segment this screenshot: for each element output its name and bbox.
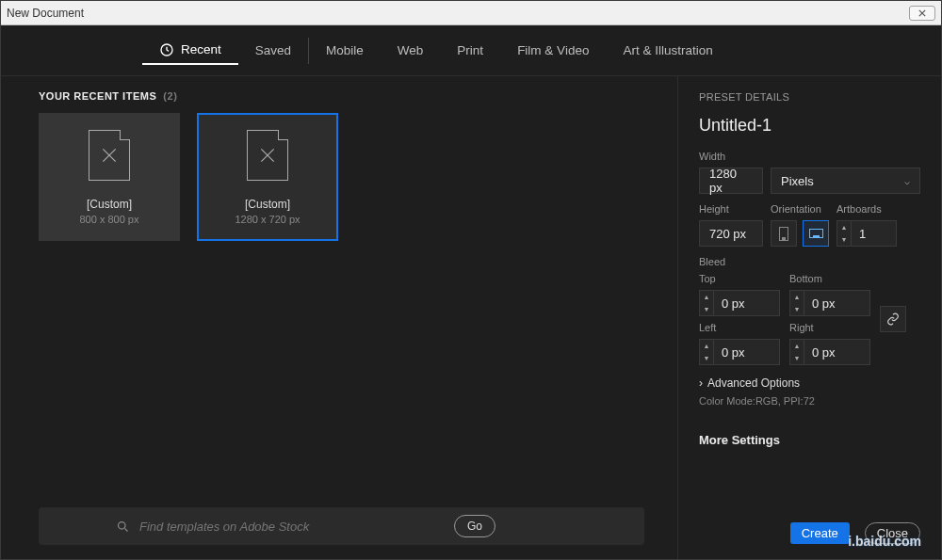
bleed-right-label: Right <box>789 322 870 333</box>
pencil-ruler-icon <box>100 146 119 165</box>
color-mode-hint: Color Mode:RGB, PPI:72 <box>699 395 920 407</box>
bleed-bottom-input[interactable]: ▲▼ 0 px <box>789 290 870 316</box>
chevron-right-icon: › <box>699 376 703 390</box>
doc-icon <box>247 130 288 181</box>
step-up-icon[interactable]: ▲ <box>790 340 804 352</box>
close-button[interactable]: Close <box>865 522 920 544</box>
step-up-icon[interactable]: ▲ <box>790 291 804 303</box>
landscape-icon <box>809 229 823 238</box>
close-icon <box>918 9 926 17</box>
tab-recent-label: Recent <box>181 42 221 56</box>
document-name[interactable]: Untitled-1 <box>699 116 920 136</box>
bleed-left-input[interactable]: ▲▼ 0 px <box>699 339 780 365</box>
search-icon <box>116 520 130 534</box>
step-down-icon[interactable]: ▼ <box>790 303 804 315</box>
bleed-top-value: 0 px <box>714 296 753 311</box>
stock-search-bar: Go <box>39 507 644 545</box>
preset-card-custom-800[interactable]: [Custom] 800 x 800 px <box>39 113 180 241</box>
bleed-right-input[interactable]: ▲▼ 0 px <box>789 339 870 365</box>
advanced-options-label: Advanced Options <box>707 376 800 390</box>
width-input[interactable]: 1280 px <box>699 168 763 194</box>
bleed-left-value: 0 px <box>714 345 753 360</box>
pencil-ruler-icon <box>258 146 277 165</box>
preset-card-dim: 800 x 800 px <box>80 214 139 225</box>
width-label: Width <box>699 151 920 162</box>
window-close-button[interactable] <box>909 6 935 21</box>
bleed-top-input[interactable]: ▲▼ 0 px <box>699 290 780 316</box>
bleed-bottom-value: 0 px <box>804 296 843 311</box>
artboards-stepper[interactable]: ▲▼ 1 <box>836 220 897 247</box>
tab-mobile[interactable]: Mobile <box>309 38 381 63</box>
preset-card-dim: 1280 x 720 px <box>235 214 300 225</box>
category-tabs: Recent Saved Mobile Web Print Film & Vid… <box>1 25 941 76</box>
preset-card-label: [Custom] <box>245 198 290 211</box>
window-titlebar: New Document <box>1 1 941 25</box>
tab-print[interactable]: Print <box>440 38 500 63</box>
tab-saved[interactable]: Saved <box>238 38 308 63</box>
advanced-options-toggle[interactable]: › Advanced Options <box>699 376 920 390</box>
step-down-icon[interactable]: ▼ <box>700 303 713 315</box>
go-button[interactable]: Go <box>454 515 495 537</box>
tab-web[interactable]: Web <box>381 38 441 63</box>
svg-point-1 <box>119 521 126 529</box>
bleed-top-label: Top <box>699 273 780 284</box>
step-up-icon[interactable]: ▲ <box>700 340 713 352</box>
bleed-left-label: Left <box>699 322 780 333</box>
recent-items-heading: YOUR RECENT ITEMS (2) <box>39 90 663 102</box>
orientation-portrait[interactable] <box>771 220 797 247</box>
window-title: New Document <box>7 7 84 20</box>
tab-art-illustration[interactable]: Art & Illustration <box>606 38 729 63</box>
chevron-down-icon: ⌵ <box>904 176 910 186</box>
preset-details-heading: PRESET DETAILS <box>699 91 920 103</box>
create-button[interactable]: Create <box>790 522 850 544</box>
new-document-window: New Document Recent Saved Mobile Web Pri… <box>0 0 942 560</box>
artboards-value: 1 <box>852 227 873 241</box>
tab-recent[interactable]: Recent <box>142 37 238 65</box>
portrait-icon <box>779 227 788 241</box>
step-down-icon[interactable]: ▼ <box>790 352 804 364</box>
step-down-icon[interactable]: ▼ <box>837 233 851 246</box>
artboards-label: Artboards <box>836 203 897 215</box>
bleed-link-button[interactable] <box>880 306 906 332</box>
unit-value: Pixels <box>781 174 814 188</box>
orientation-label: Orientation <box>771 203 829 215</box>
bleed-label: Bleed <box>699 256 920 267</box>
step-up-icon[interactable]: ▲ <box>700 291 713 303</box>
preset-card-label: [Custom] <box>87 198 132 211</box>
link-icon <box>886 312 900 326</box>
doc-icon <box>89 130 130 181</box>
clock-icon <box>159 42 174 57</box>
preset-card-custom-1280[interactable]: [Custom] 1280 x 720 px <box>197 113 338 241</box>
tab-film-video[interactable]: Film & Video <box>500 38 606 63</box>
height-label: Height <box>699 203 763 215</box>
unit-dropdown[interactable]: Pixels ⌵ <box>771 168 920 194</box>
stock-search-input[interactable] <box>139 520 384 534</box>
recent-items-count: (2) <box>163 90 177 102</box>
bleed-bottom-label: Bottom <box>789 273 870 284</box>
height-input[interactable]: 720 px <box>699 220 763 247</box>
bleed-right-value: 0 px <box>804 345 843 360</box>
step-up-icon[interactable]: ▲ <box>837 221 851 233</box>
step-down-icon[interactable]: ▼ <box>700 352 713 364</box>
more-settings-button[interactable]: More Settings <box>699 433 920 447</box>
orientation-landscape[interactable] <box>803 220 829 247</box>
recent-items-label: YOUR RECENT ITEMS <box>39 90 156 102</box>
